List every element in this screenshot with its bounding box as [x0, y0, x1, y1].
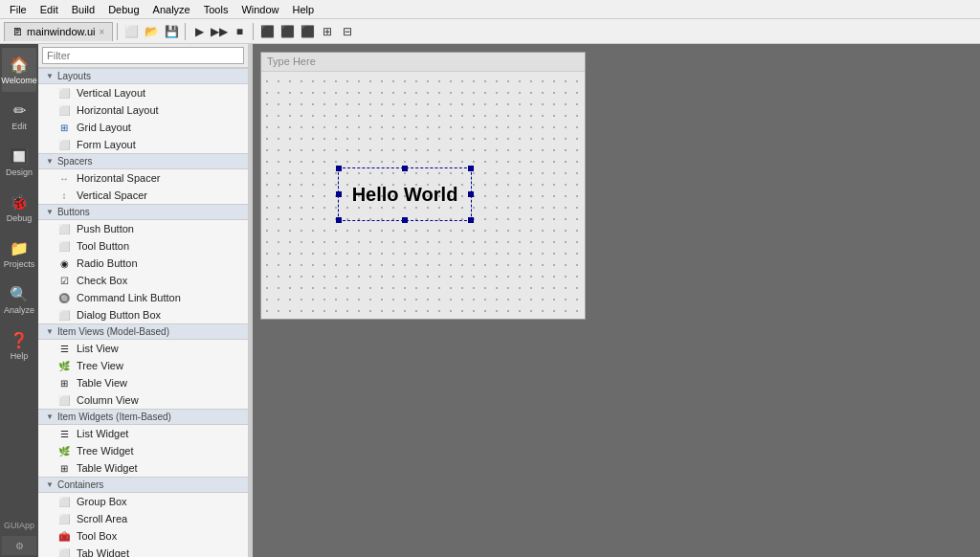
widget-tree-widget[interactable]: 🌿 Tree Widget: [38, 442, 248, 459]
handle-bl: [336, 217, 342, 223]
section-containers[interactable]: ▼ Containers: [38, 477, 248, 493]
grid-layout-icon: ⊞: [57, 121, 71, 134]
menu-window[interactable]: Window: [235, 2, 284, 17]
edit-icon: ✏: [13, 101, 26, 120]
widget-command-link[interactable]: 🔘 Command Link Button: [38, 289, 248, 306]
list-view-icon: ☰: [57, 342, 71, 355]
toolbar-align-left-button[interactable]: ⬛: [257, 22, 277, 41]
form-title-placeholder: Type Here: [267, 56, 316, 67]
widget-scroll-area[interactable]: ⬜ Scroll Area: [38, 510, 248, 527]
section-spacers[interactable]: ▼ Spacers: [38, 153, 248, 169]
toolbar-align-center-button[interactable]: ⬛: [278, 22, 297, 41]
toolbar-run-button[interactable]: ▶▶: [210, 22, 229, 41]
widget-label: Radio Button: [77, 257, 138, 269]
toolbar: 🖹 mainwindow.ui × ⬜ 📂 💾 ▶ ▶▶ ■ ⬛ ⬛ ⬛ ⊞ ⊟: [0, 19, 980, 44]
widget-table-widget[interactable]: ⊞ Table Widget: [38, 459, 248, 477]
tool-button-icon: ⬜: [57, 239, 71, 253]
menu-file[interactable]: File: [4, 2, 33, 17]
widget-list-widget[interactable]: ☰ List Widget: [38, 425, 248, 442]
toolbar-grid-button[interactable]: ⊞: [318, 22, 337, 41]
sidebar-item-welcome[interactable]: 🏠 Welcome: [2, 48, 36, 92]
help-label: Help: [11, 351, 29, 361]
hello-world-text: Hello World: [352, 184, 458, 206]
tab-close-button[interactable]: ×: [100, 27, 105, 37]
sidebar-item-projects[interactable]: 📁 Projects: [2, 232, 36, 276]
toolbar-separator-3: [253, 23, 254, 40]
canvas-area: Type Here Hello World: [253, 44, 980, 557]
sidebar-item-debug[interactable]: 🐞 Debug: [2, 186, 36, 230]
menu-debug[interactable]: Debug: [102, 2, 145, 17]
sidebar-item-help[interactable]: ❓ Help: [2, 323, 36, 368]
toolbar-align-right-button[interactable]: ⬛: [298, 22, 317, 41]
table-view-icon: ⊞: [57, 376, 71, 390]
toolbar-layout-button[interactable]: ⊟: [338, 22, 357, 41]
widget-column-view[interactable]: ⬜ Column View: [38, 391, 248, 409]
spacers-arrow: ▼: [46, 157, 54, 166]
widget-horizontal-spacer[interactable]: ↔ Horizontal Spacer: [38, 169, 248, 187]
menu-analyze[interactable]: Analyze: [147, 2, 196, 17]
section-layouts[interactable]: ▼ Layouts: [38, 68, 248, 84]
widget-vertical-spacer[interactable]: ↕ Vertical Spacer: [38, 187, 248, 204]
widget-group-box[interactable]: ⬜ Group Box: [38, 493, 248, 510]
toolbar-build-button[interactable]: ▶: [189, 22, 209, 41]
toolbar-new-button[interactable]: ⬜: [122, 22, 141, 41]
widget-tree-view[interactable]: 🌿 Tree View: [38, 357, 248, 374]
containers-label: Containers: [57, 479, 103, 490]
widget-radio-button[interactable]: ◉ Radio Button: [38, 255, 248, 272]
widget-label: Tree Widget: [77, 445, 134, 457]
menu-build[interactable]: Build: [66, 2, 100, 17]
handle-tl: [336, 166, 342, 171]
widget-label: Horizontal Layout: [77, 104, 159, 116]
toolbar-save-button[interactable]: 💾: [162, 22, 181, 41]
widget-table-view[interactable]: ⊞ Table View: [38, 374, 248, 391]
handle-ml: [336, 191, 342, 197]
sidebar-item-edit[interactable]: ✏ Edit: [2, 94, 36, 138]
section-item-widgets[interactable]: ▼ Item Widgets (Item-Based): [38, 409, 248, 425]
widget-dialog-button-box[interactable]: ⬜ Dialog Button Box: [38, 306, 248, 323]
analyze-icon: 🔍: [10, 285, 29, 303]
hello-world-label[interactable]: Hello World: [338, 167, 472, 221]
widget-label: Vertical Spacer: [77, 189, 147, 201]
widget-grid-layout[interactable]: ⊞ Grid Layout: [38, 119, 248, 136]
menu-edit[interactable]: Edit: [34, 2, 64, 17]
vertical-layout-icon: ⬜: [57, 86, 71, 100]
widget-tool-box[interactable]: 🧰 Tool Box: [38, 527, 248, 545]
welcome-icon: 🏠: [10, 56, 29, 74]
toolbar-stop-button[interactable]: ■: [230, 22, 249, 41]
widget-label: Push Button: [77, 223, 134, 234]
tab-icon: 🖹: [12, 26, 23, 37]
menu-help[interactable]: Help: [287, 2, 321, 17]
section-buttons[interactable]: ▼ Buttons: [38, 204, 248, 220]
widget-label: Tool Box: [77, 530, 117, 542]
widget-vertical-layout[interactable]: ⬜ Vertical Layout: [38, 84, 248, 101]
tree-view-icon: 🌿: [57, 359, 71, 372]
widget-tab-widget[interactable]: ⬜ Tab Widget: [38, 545, 248, 557]
item-views-label: Item Views (Model-Based): [57, 326, 169, 337]
widget-tool-button[interactable]: ⬜ Tool Button: [38, 237, 248, 255]
debug-label: Debug: [7, 213, 33, 223]
widget-push-button[interactable]: ⬜ Push Button: [38, 220, 248, 237]
widget-label: Tool Button: [77, 240, 129, 252]
bottom-icon[interactable]: ⚙: [2, 536, 36, 555]
widget-label: Tab Widget: [77, 547, 129, 557]
filter-input[interactable]: [42, 47, 244, 64]
widget-horizontal-layout[interactable]: ⬜ Horizontal Layout: [38, 101, 248, 119]
form-canvas[interactable]: Type Here Hello World: [260, 52, 586, 320]
widget-form-layout[interactable]: ⬜ Form Layout: [38, 136, 248, 153]
filter-bar: [38, 44, 248, 68]
menu-tools[interactable]: Tools: [198, 2, 234, 17]
widget-list-view[interactable]: ☰ List View: [38, 340, 248, 357]
menu-bar: File Edit Build Debug Analyze Tools Wind…: [0, 0, 980, 19]
group-box-icon: ⬜: [57, 495, 71, 508]
widget-label: Form Layout: [77, 139, 136, 150]
sidebar-item-design[interactable]: 🔲 Design: [2, 140, 36, 184]
widget-check-box[interactable]: ☑ Check Box: [38, 272, 248, 289]
toolbar-open-button[interactable]: 📂: [142, 22, 161, 41]
section-item-views[interactable]: ▼ Item Views (Model-Based): [38, 323, 248, 340]
design-label: Design: [6, 167, 33, 177]
toolbar-separator-2: [185, 23, 186, 40]
sidebar-item-analyze[interactable]: 🔍 Analyze: [2, 278, 36, 322]
main-layout: 🏠 Welcome ✏ Edit 🔲 Design 🐞 Debug 📁 Proj…: [0, 44, 980, 557]
item-views-arrow: ▼: [46, 327, 54, 336]
editor-tab[interactable]: 🖹 mainwindow.ui ×: [4, 22, 113, 41]
